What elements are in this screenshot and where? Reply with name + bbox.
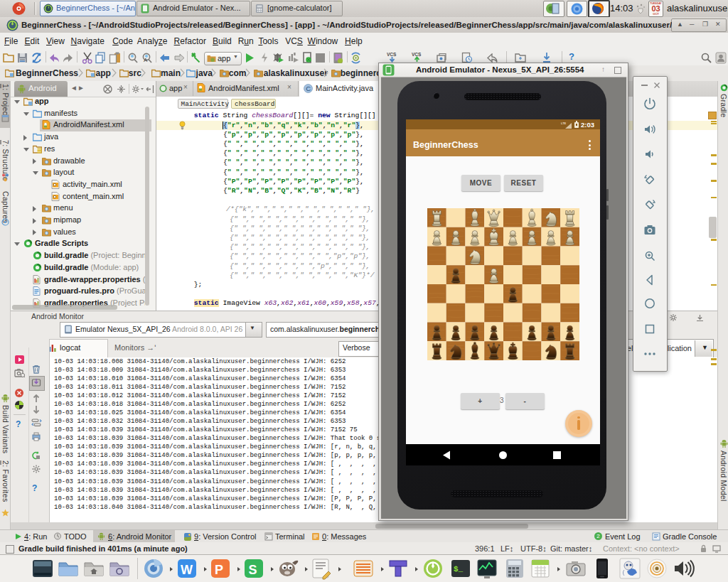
svg-text:VCS: VCS xyxy=(412,52,422,57)
svg-text:C: C xyxy=(306,85,311,92)
svg-text:S: S xyxy=(249,563,257,577)
svg-text:W: W xyxy=(181,563,193,577)
svg-text:$_: $_ xyxy=(454,565,464,573)
svg-text:?: ? xyxy=(16,419,21,429)
svg-text:VCS: VCS xyxy=(387,52,397,57)
svg-text:P: P xyxy=(215,563,223,577)
svg-text:A: A xyxy=(144,57,148,63)
svg-text:?: ? xyxy=(32,483,37,492)
